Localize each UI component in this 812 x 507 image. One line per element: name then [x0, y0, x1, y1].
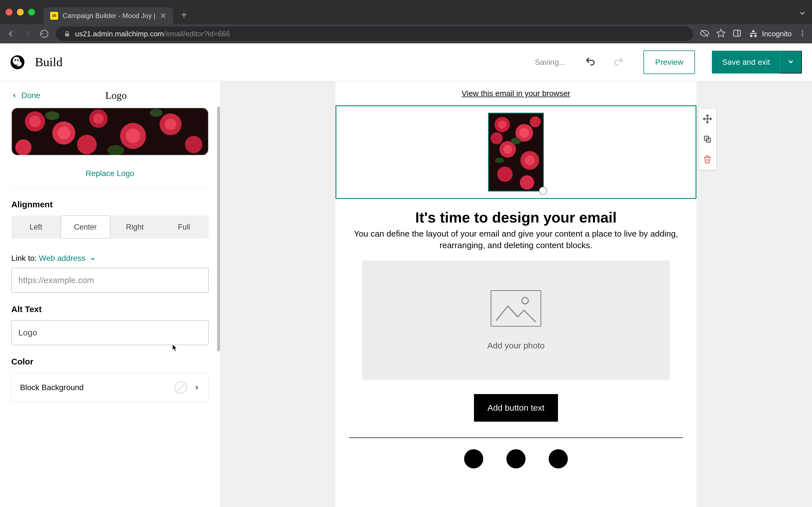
done-button[interactable]: Done: [11, 91, 40, 100]
align-full[interactable]: Full: [160, 216, 209, 238]
delete-block-button[interactable]: [699, 149, 716, 170]
save-status: Saving...: [535, 58, 566, 67]
email-body-text[interactable]: You can define the layout of your email …: [336, 228, 696, 261]
button-block[interactable]: Add button text: [336, 394, 696, 421]
svg-point-39: [520, 175, 534, 189]
logo-preview[interactable]: [11, 108, 209, 156]
browser-tab[interactable]: ✉ Campaign Builder - Mood Joy | ✕: [43, 7, 173, 24]
sidebar-panel: Done Logo Replace Logo Alignment: [0, 81, 220, 507]
color-label: Color: [11, 357, 209, 367]
alignment-label: Alignment: [11, 200, 209, 209]
svg-point-7: [802, 35, 803, 36]
save-button-group: Save and exit: [712, 51, 802, 73]
image-placeholder-icon: [491, 290, 541, 327]
new-tab-button[interactable]: +: [181, 9, 187, 21]
menu-icon[interactable]: [799, 29, 806, 38]
undo-button[interactable]: [585, 56, 596, 68]
block-background-row[interactable]: Block Background: [11, 373, 209, 402]
svg-rect-3: [733, 30, 741, 36]
close-tab-icon[interactable]: ✕: [160, 11, 166, 20]
svg-point-42: [511, 138, 521, 144]
svg-point-41: [530, 116, 541, 127]
tabs-dropdown-icon[interactable]: [799, 9, 806, 18]
logo-image[interactable]: [488, 113, 544, 191]
svg-point-25: [77, 135, 97, 154]
alt-text-input[interactable]: Logo: [11, 320, 209, 345]
svg-rect-0: [65, 34, 69, 36]
panel-icon[interactable]: [732, 29, 742, 39]
instagram-icon[interactable]: [506, 449, 525, 468]
alignment-toggle: Left Center Right Full: [11, 216, 209, 238]
alt-text-label: Alt Text: [11, 304, 209, 314]
logo-block-selected[interactable]: [336, 105, 696, 199]
resize-handle[interactable]: [539, 187, 547, 194]
save-dropdown-button[interactable]: [780, 51, 802, 73]
svg-point-14: [29, 116, 41, 127]
svg-point-22: [165, 119, 176, 130]
save-exit-button[interactable]: Save and exit: [712, 51, 780, 73]
svg-point-16: [57, 127, 70, 139]
photo-placeholder-block[interactable]: Add your photo: [362, 261, 670, 380]
divider-block[interactable]: [349, 438, 683, 438]
sidebar-scrollbar[interactable]: [217, 107, 220, 351]
svg-point-31: [498, 120, 506, 128]
email-canvas: View this email in your browser: [220, 81, 812, 507]
svg-point-33: [519, 128, 529, 138]
svg-point-37: [525, 156, 535, 165]
eye-icon[interactable]: [700, 29, 709, 39]
svg-point-20: [126, 129, 140, 143]
svg-marker-2: [717, 29, 725, 37]
email-heading[interactable]: It's time to design your email: [336, 203, 696, 228]
email-cta-button[interactable]: Add button text: [474, 394, 558, 421]
lock-icon: [64, 31, 70, 37]
browser-tab-bar: ✉ Campaign Builder - Mood Joy | ✕ +: [0, 0, 812, 24]
preview-button[interactable]: Preview: [644, 50, 695, 74]
incognito-indicator[interactable]: Incognito: [748, 29, 792, 39]
replace-logo-button[interactable]: Replace Logo: [0, 164, 220, 188]
reload-button[interactable]: [40, 29, 49, 39]
browser-url-bar: us21.admin.mailchimp.com/email/editor?id…: [0, 24, 812, 43]
panel-title: Logo: [40, 90, 192, 101]
svg-point-26: [45, 111, 59, 120]
align-right[interactable]: Right: [110, 216, 160, 238]
svg-point-38: [497, 166, 513, 182]
svg-point-40: [491, 132, 503, 145]
photo-placeholder-text: Add your photo: [487, 341, 545, 350]
svg-point-11: [17, 59, 18, 61]
link-url-input[interactable]: https://example.com: [11, 268, 209, 293]
align-left[interactable]: Left: [11, 216, 61, 238]
address-bar[interactable]: us21.admin.mailchimp.com/email/editor?id…: [56, 26, 693, 41]
align-center[interactable]: Center: [61, 216, 110, 238]
duplicate-block-button[interactable]: [699, 129, 716, 149]
block-toolbar: [698, 108, 716, 170]
move-block-button[interactable]: [699, 109, 716, 129]
chevron-left-icon: [11, 93, 17, 99]
color-swatch-none: [174, 381, 187, 394]
maximize-window[interactable]: [28, 9, 35, 15]
chevron-right-icon: [194, 385, 200, 391]
tab-title: Campaign Builder - Mood Joy |: [63, 12, 155, 20]
link-to-label: Link to: Web address: [11, 254, 209, 263]
favicon: ✉: [50, 12, 58, 20]
svg-point-6: [802, 33, 803, 34]
redo-button[interactable]: [613, 56, 624, 68]
close-window[interactable]: [6, 9, 12, 15]
window-controls: [6, 9, 35, 15]
svg-point-35: [503, 145, 512, 154]
minimize-window[interactable]: [17, 9, 24, 15]
view-in-browser-link[interactable]: View this email in your browser: [336, 81, 696, 104]
social-block[interactable]: [336, 449, 696, 468]
svg-point-28: [150, 109, 162, 117]
incognito-icon: [748, 29, 758, 39]
svg-point-5: [802, 31, 803, 32]
twitter-icon[interactable]: [549, 449, 568, 468]
svg-point-18: [93, 114, 104, 124]
forward-button[interactable]: [22, 29, 33, 39]
mailchimp-logo[interactable]: [10, 55, 25, 69]
mouse-cursor: [172, 344, 177, 352]
chevron-down-icon: [90, 256, 96, 262]
facebook-icon[interactable]: [464, 449, 483, 468]
star-icon[interactable]: [716, 29, 726, 39]
back-button[interactable]: [6, 29, 16, 39]
link-type-dropdown[interactable]: Web address: [39, 254, 96, 263]
